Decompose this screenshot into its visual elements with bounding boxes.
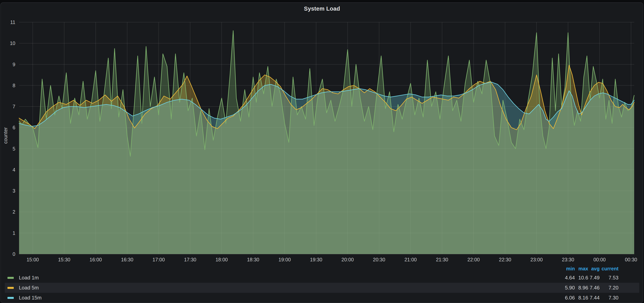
legend-header-row: min max avg current	[5, 264, 639, 273]
series-color-swatch-load-1m	[8, 277, 14, 279]
y-axis-tick-label: 7	[0, 104, 15, 110]
legend-row-load-15m: Load 15m 6.06 8.16 7.44 7.30	[5, 293, 639, 303]
legend-column-current[interactable]: current	[600, 266, 618, 272]
x-axis-tick-label: 21:30	[430, 257, 454, 262]
legend-value-max: 10.6	[575, 275, 588, 281]
legend-series-toggle-load-15m[interactable]: Load 15m	[8, 295, 554, 301]
legend-value-current: 7.30	[600, 295, 618, 301]
legend-value-current: 7.20	[600, 285, 618, 291]
y-axis-tick-label: 9	[0, 62, 15, 68]
legend-value-max: 8.96	[575, 285, 588, 291]
x-axis-tick-label: 00:30	[619, 257, 643, 262]
y-axis-tick-label: 4	[0, 167, 15, 173]
x-axis-tick-label: 19:00	[273, 257, 296, 262]
y-axis-tick-label: 1	[0, 230, 15, 236]
legend-value-avg: 7.46	[588, 285, 600, 291]
x-axis-tick-label: 16:30	[115, 257, 139, 262]
x-axis-tick-label: 15:30	[52, 257, 76, 262]
legend-column-max[interactable]: max	[575, 266, 588, 272]
x-axis-tick-label: 17:00	[147, 257, 170, 262]
series-color-swatch-load-5m	[8, 287, 14, 289]
x-axis-tick-label: 19:30	[304, 257, 328, 262]
series-color-swatch-load-15m	[8, 297, 14, 299]
legend-column-avg[interactable]: avg	[588, 266, 600, 272]
x-axis-tick-label: 00:00	[588, 257, 612, 262]
legend-row-load-1m: Load 1m 4.64 10.6 7.49 7.53	[5, 273, 639, 283]
legend-value-min: 4.64	[554, 275, 575, 281]
legend-table: min max avg current Load 1m 4.64 10.6 7.…	[5, 264, 639, 303]
y-axis-tick-label: 11	[0, 19, 15, 25]
x-axis-tick-label: 17:30	[178, 257, 202, 262]
y-axis-tick-label: 6	[0, 124, 15, 130]
legend-value-max: 8.16	[575, 295, 588, 301]
legend-series-label: Load 5m	[19, 285, 39, 291]
x-axis-tick-label: 22:30	[493, 257, 517, 262]
x-axis-tick-label: 18:00	[210, 257, 234, 262]
x-axis-tick-label: 15:00	[21, 257, 44, 262]
panel-header: System Load	[0, 3, 644, 14]
y-axis-tick-label: 5	[0, 146, 15, 152]
legend-series-toggle-load-5m[interactable]: Load 5m	[8, 285, 554, 291]
x-axis-tick-label: 21:00	[399, 257, 422, 262]
legend-column-min[interactable]: min	[554, 266, 575, 272]
legend-series-toggle-load-1m[interactable]: Load 1m	[8, 275, 554, 281]
x-axis-tick-label: 20:30	[368, 257, 391, 262]
legend-row-load-5m: Load 5m 5.90 8.96 7.46 7.20	[5, 283, 639, 293]
x-axis-tick-label: 20:00	[336, 257, 359, 262]
x-axis-tick-label: 23:30	[556, 257, 580, 262]
y-axis-tick-label: 8	[0, 82, 15, 88]
y-axis-tick-label: 0	[0, 251, 15, 257]
y-axis-tick-label: 10	[0, 40, 15, 46]
legend-value-min: 6.06	[554, 295, 575, 301]
x-axis-tick-label: 23:00	[525, 257, 548, 262]
y-axis-tick-label: 3	[0, 188, 15, 194]
y-axis-tick-label: 2	[0, 209, 15, 215]
legend-value-min: 5.90	[554, 285, 575, 291]
x-axis-tick-label: 18:30	[241, 257, 265, 262]
panel-title[interactable]: System Load	[304, 3, 340, 14]
legend-value-avg: 7.49	[588, 275, 600, 281]
x-axis-tick-label: 16:00	[84, 257, 108, 262]
legend-series-label: Load 1m	[19, 275, 39, 281]
x-axis-tick-label: 22:00	[462, 257, 486, 262]
legend-value-current: 7.53	[600, 275, 618, 281]
legend-value-avg: 7.44	[588, 295, 600, 301]
legend-series-label: Load 15m	[19, 295, 42, 301]
